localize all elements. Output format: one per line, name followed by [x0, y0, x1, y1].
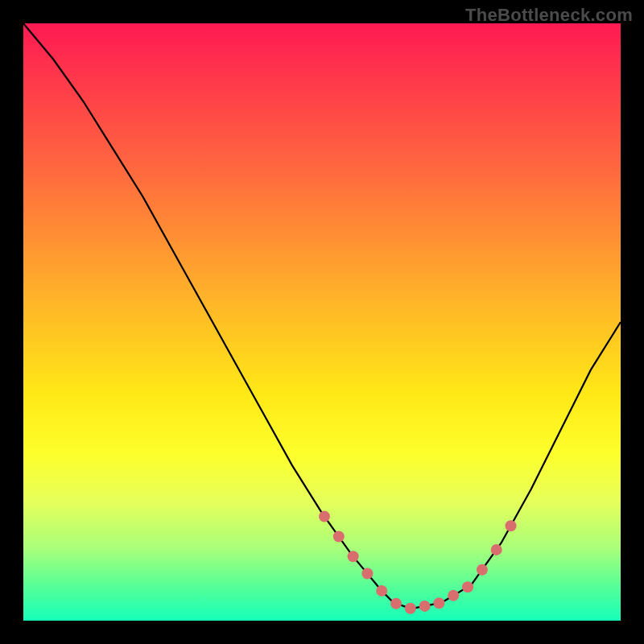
chart-dot	[361, 568, 373, 580]
watermark-text: TheBottleneck.com	[465, 5, 633, 26]
chart-dot	[319, 511, 330, 522]
chart-dot	[491, 544, 502, 555]
chart-dot	[348, 551, 359, 562]
chart-dot	[433, 597, 444, 609]
chart-dot	[390, 598, 402, 609]
chart-dot	[448, 590, 459, 601]
chart-dot	[419, 601, 431, 612]
chart-dot	[376, 585, 387, 597]
chart-dot	[477, 564, 488, 576]
chart-plot-area	[23, 23, 621, 621]
chart-dot	[506, 520, 517, 531]
chart-svg	[23, 23, 621, 621]
chart-dot	[333, 531, 345, 543]
chart-dot	[462, 581, 473, 592]
chart-dot	[405, 603, 416, 614]
